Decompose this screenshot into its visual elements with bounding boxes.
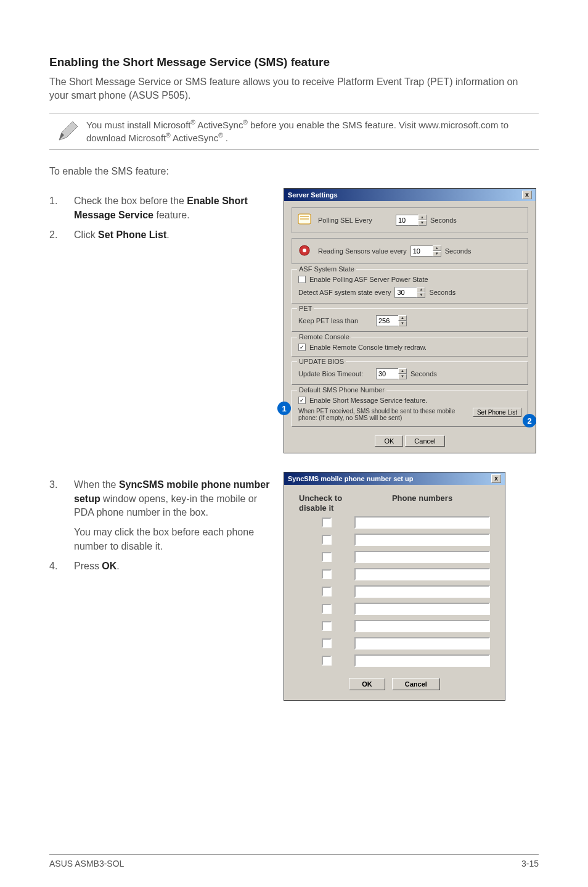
pet-input[interactable] bbox=[376, 315, 398, 326]
bios-group-title: UPDATE BIOS bbox=[297, 358, 346, 365]
spin-down-icon[interactable]: ▼ bbox=[418, 220, 427, 226]
close-button[interactable]: x bbox=[491, 474, 501, 483]
spin-up-icon[interactable]: ▲ bbox=[398, 315, 407, 321]
sms-group-title: Default SMS Phone Number bbox=[297, 386, 386, 394]
col-uncheck: Uncheck to disable it bbox=[299, 493, 354, 513]
step-4: 4. Press OK. bbox=[49, 559, 271, 573]
sms-desc: When PET received, SMS should be sent to… bbox=[298, 408, 469, 421]
sensors-input[interactable] bbox=[410, 245, 433, 257]
phone-input[interactable] bbox=[354, 534, 490, 546]
dialog2-titlebar: SyncSMS mobile phone number set up x bbox=[284, 472, 505, 485]
step-2: 2. Click Set Phone List. bbox=[49, 228, 271, 242]
sensor-icon bbox=[297, 244, 314, 258]
asf-enable-checkbox[interactable] bbox=[298, 276, 306, 283]
phone-row bbox=[299, 637, 490, 650]
note-text: You must install Microsoft® ActiveSync® … bbox=[86, 118, 539, 144]
syncsms-dialog: SyncSMS mobile phone number set up x Unc… bbox=[284, 472, 505, 701]
phone-row bbox=[299, 551, 490, 563]
pencil-icon bbox=[49, 119, 86, 144]
sensors-label: Reading Sensors value every bbox=[318, 247, 407, 255]
phone-input[interactable] bbox=[354, 620, 490, 632]
phone-checkbox[interactable] bbox=[322, 656, 332, 666]
dialog2-title: SyncSMS mobile phone number set up bbox=[288, 475, 414, 482]
pet-label: Keep PET less than bbox=[298, 317, 372, 324]
phone-row bbox=[299, 516, 490, 529]
cancel-button[interactable]: Cancel bbox=[405, 435, 444, 447]
callout-1: 1 bbox=[277, 402, 291, 415]
dialog-titlebar: Server Settings x bbox=[284, 189, 536, 201]
sel-icon bbox=[297, 213, 314, 228]
phone-checkbox[interactable] bbox=[322, 535, 332, 545]
lead-text: To enable the SMS feature: bbox=[49, 165, 539, 178]
seconds-label: Seconds bbox=[429, 289, 455, 296]
svg-point-4 bbox=[303, 249, 306, 252]
asf-checkbox-label: Enable Polling ASF Server Power State bbox=[309, 276, 428, 283]
set-phone-list-button[interactable]: Set Phone List bbox=[473, 408, 521, 417]
spin-down-icon[interactable]: ▼ bbox=[398, 374, 407, 379]
phone-row bbox=[299, 620, 490, 632]
asf-group-title: ASF System State bbox=[297, 265, 356, 273]
rc-checkbox[interactable]: ✓ bbox=[298, 344, 306, 351]
phone-input[interactable] bbox=[354, 637, 490, 650]
asf-spinner[interactable]: ▲▼ bbox=[394, 287, 425, 298]
intro-paragraph: The Short Message Service or SMS feature… bbox=[49, 75, 539, 103]
rc-checkbox-label: Enable Remote Console timely redraw. bbox=[309, 344, 427, 351]
seconds-label: Seconds bbox=[410, 370, 437, 377]
cancel-button[interactable]: Cancel bbox=[392, 678, 440, 690]
phone-checkbox[interactable] bbox=[322, 604, 332, 614]
footer-right: 3-15 bbox=[521, 859, 539, 868]
sms-checkbox[interactable]: ✓ bbox=[298, 397, 306, 404]
phone-input[interactable] bbox=[354, 551, 490, 563]
step-3: 3. When the SyncSMS mobile phone number … bbox=[49, 478, 271, 553]
spin-up-icon[interactable]: ▲ bbox=[417, 287, 425, 292]
phone-checkbox[interactable] bbox=[322, 518, 332, 527]
phone-input[interactable] bbox=[354, 585, 490, 598]
asf-input[interactable] bbox=[394, 287, 417, 298]
pet-group-title: PET bbox=[297, 305, 314, 312]
phone-row bbox=[299, 585, 490, 598]
bios-label: Update Bios Timeout: bbox=[298, 370, 372, 377]
seconds-label: Seconds bbox=[445, 247, 472, 255]
polling-spinner[interactable]: ▲▼ bbox=[396, 215, 427, 226]
phone-row bbox=[299, 534, 490, 546]
bios-spinner[interactable]: ▲▼ bbox=[376, 368, 407, 379]
polling-input[interactable] bbox=[396, 215, 418, 226]
phone-row bbox=[299, 603, 490, 615]
spin-up-icon[interactable]: ▲ bbox=[398, 368, 407, 374]
spin-down-icon[interactable]: ▼ bbox=[398, 321, 407, 326]
page-footer: ASUS ASMB3-SOL 3-15 bbox=[49, 854, 539, 868]
ok-button[interactable]: OK bbox=[349, 678, 385, 690]
bios-input[interactable] bbox=[376, 368, 398, 379]
step-1: 1. Check the box before the Enable Short… bbox=[49, 194, 271, 222]
sensors-spinner[interactable]: ▲▼ bbox=[410, 245, 441, 257]
phone-checkbox[interactable] bbox=[322, 638, 332, 648]
sms-checkbox-label: Enable Short Message Service feature. bbox=[309, 397, 427, 404]
phone-checkbox[interactable] bbox=[322, 587, 332, 596]
spin-up-icon[interactable]: ▲ bbox=[433, 245, 441, 251]
phone-checkbox[interactable] bbox=[322, 621, 332, 631]
dialog-title: Server Settings bbox=[288, 191, 338, 199]
polling-label: Polling SEL Every bbox=[318, 217, 392, 224]
spin-up-icon[interactable]: ▲ bbox=[418, 215, 427, 220]
pet-spinner[interactable]: ▲▼ bbox=[376, 315, 407, 326]
phone-input[interactable] bbox=[354, 603, 490, 615]
phone-checkbox[interactable] bbox=[322, 552, 332, 562]
section-heading: Enabling the Short Message Service (SMS)… bbox=[49, 56, 539, 69]
phone-input[interactable] bbox=[354, 568, 490, 580]
col-phone: Phone numbers bbox=[354, 493, 490, 513]
phone-row bbox=[299, 654, 490, 667]
spin-down-icon[interactable]: ▼ bbox=[417, 292, 425, 298]
phone-row bbox=[299, 568, 490, 580]
phone-input[interactable] bbox=[354, 654, 490, 667]
note-box: You must install Microsoft® ActiveSync® … bbox=[49, 113, 539, 150]
seconds-label: Seconds bbox=[430, 217, 457, 224]
spin-down-icon[interactable]: ▼ bbox=[433, 251, 441, 257]
phone-input[interactable] bbox=[354, 516, 490, 529]
phone-checkbox[interactable] bbox=[322, 569, 332, 579]
callout-2: 2 bbox=[523, 414, 536, 427]
rc-group-title: Remote Console bbox=[297, 333, 351, 340]
footer-left: ASUS ASMB3-SOL bbox=[49, 859, 124, 868]
close-button[interactable]: x bbox=[522, 191, 532, 199]
ok-button[interactable]: OK bbox=[375, 435, 403, 447]
server-settings-dialog: Server Settings x Polling SEL Every ▲▼ bbox=[284, 188, 536, 453]
